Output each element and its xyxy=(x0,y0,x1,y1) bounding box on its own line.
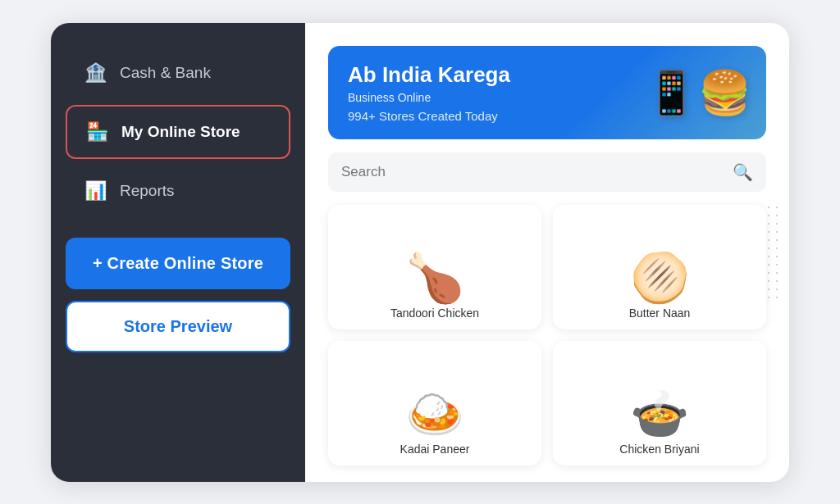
content-area: Ab India Karega Business Online 994+ Sto… xyxy=(305,23,789,482)
store-icon: 🏪 xyxy=(85,121,108,143)
bank-icon: 🏦 xyxy=(84,62,107,84)
butter-naan-image: 🫓 xyxy=(630,254,689,302)
store-preview-button[interactable]: Store Preview xyxy=(66,301,290,352)
sidebar-item-cash-bank-label: Cash & Bank xyxy=(120,64,211,82)
food-grid: 🍗 Tandoori Chicken 🫓 Butter Naan 🍛 Kadai… xyxy=(328,205,766,465)
search-icon: 🔍 xyxy=(733,162,753,182)
tandoori-chicken-label: Tandoori Chicken xyxy=(390,306,479,320)
search-input[interactable] xyxy=(341,164,724,180)
sidebar: 🏦 Cash & Bank 🏪 My Online Store 📊 Report… xyxy=(51,23,305,482)
food-card-tandoori-chicken[interactable]: 🍗 Tandoori Chicken xyxy=(328,205,541,329)
food-card-chicken-briyani[interactable]: 🍲 Chicken Briyani xyxy=(553,341,766,465)
chicken-briyani-image: 🍲 xyxy=(630,390,689,438)
sidebar-item-reports[interactable]: 📊 Reports xyxy=(66,166,290,216)
butter-naan-label: Butter Naan xyxy=(629,306,691,320)
search-bar: 🔍 xyxy=(328,152,766,192)
sidebar-item-my-online-store[interactable]: 🏪 My Online Store xyxy=(66,105,290,159)
sidebar-item-cash-bank[interactable]: 🏦 Cash & Bank xyxy=(66,48,290,98)
main-card: 🏦 Cash & Bank 🏪 My Online Store 📊 Report… xyxy=(51,23,789,482)
create-online-store-button[interactable]: + Create Online Store xyxy=(66,238,290,289)
phone-icon: 📱🍔 xyxy=(645,67,751,117)
kadai-paneer-label: Kadai Paneer xyxy=(400,443,470,456)
kadai-paneer-image: 🍛 xyxy=(405,390,464,438)
chicken-briyani-label: Chicken Briyani xyxy=(619,443,699,456)
food-card-kadai-paneer[interactable]: 🍛 Kadai Paneer xyxy=(328,341,541,465)
sidebar-item-my-online-store-label: My Online Store xyxy=(121,123,240,141)
food-card-butter-naan[interactable]: 🫓 Butter Naan xyxy=(553,205,766,329)
tandoori-chicken-image: 🍗 xyxy=(405,254,464,302)
sidebar-item-reports-label: Reports xyxy=(120,182,175,200)
promo-banner: Ab India Karega Business Online 994+ Sto… xyxy=(328,46,766,139)
reports-icon: 📊 xyxy=(84,180,107,202)
sidebar-actions: + Create Online Store Store Preview xyxy=(66,238,290,352)
